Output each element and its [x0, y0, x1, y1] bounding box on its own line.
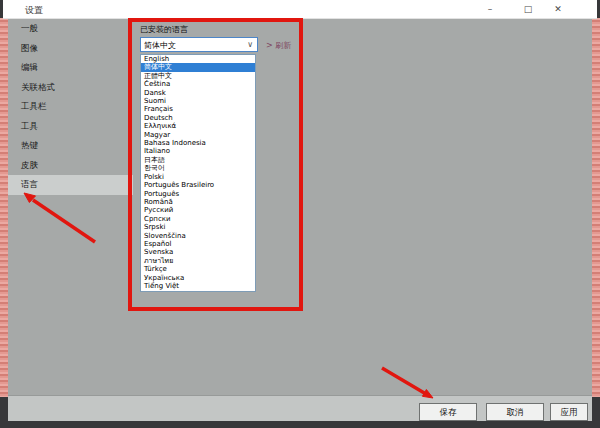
language-option[interactable]: Magyar — [141, 131, 255, 139]
sidebar-item[interactable]: 关联格式 — [8, 78, 133, 98]
language-option[interactable]: Svenska — [141, 248, 255, 256]
sidebar-item[interactable]: 工具栏 — [8, 97, 133, 117]
sidebar-item[interactable]: 皮肤 — [8, 156, 133, 176]
installed-languages-label: 已安装的语言 — [140, 24, 188, 35]
language-option[interactable]: Українська — [141, 274, 255, 282]
language-option[interactable]: Српски — [141, 215, 255, 223]
window-title: 设置 — [25, 4, 43, 17]
language-option[interactable]: Ελληνικά — [141, 122, 255, 130]
language-option[interactable]: Română — [141, 198, 255, 206]
language-option[interactable]: Suomi — [141, 97, 255, 105]
desktop-background-strip-right — [592, 18, 600, 397]
save-button[interactable]: 保存 — [419, 403, 477, 421]
sidebar-item[interactable]: 语言 — [8, 175, 133, 195]
language-option[interactable]: Français — [141, 105, 255, 113]
language-option[interactable]: Deutsch — [141, 114, 255, 122]
language-option[interactable]: Italiano — [141, 147, 255, 155]
language-option[interactable]: Español — [141, 240, 255, 248]
desktop-background-strip-left — [0, 18, 8, 397]
language-combobox-value: 简体中文 — [144, 41, 176, 50]
language-option[interactable]: Português — [141, 190, 255, 198]
sidebar-item[interactable]: 编辑 — [8, 58, 133, 78]
refresh-link[interactable]: > 刷新 — [266, 40, 291, 51]
language-option[interactable]: English — [141, 55, 255, 63]
language-option[interactable]: Dansk — [141, 89, 255, 97]
language-option[interactable]: Čeština — [141, 80, 255, 88]
settings-content: 一般 图像 编辑 关联格式 工具栏 工具 热键 皮肤 语言 已安装的语言 简体中… — [8, 19, 592, 421]
chevron-down-icon[interactable]: ∨ — [247, 40, 253, 50]
language-option[interactable]: 正體中文 — [141, 72, 255, 80]
language-option[interactable]: ภาษาไทย — [141, 257, 255, 265]
minimize-button[interactable]: – — [475, 0, 505, 19]
language-listbox: English 简体中文 正體中文 Čeština Dansk Suomi Fr… — [140, 54, 256, 292]
close-button[interactable]: ✕ — [543, 0, 573, 19]
cancel-button[interactable]: 取消 — [486, 403, 544, 421]
language-option[interactable]: Русский — [141, 206, 255, 214]
language-option[interactable]: Tiếng Việt — [141, 282, 255, 290]
sidebar-item[interactable]: 工具 — [8, 117, 133, 137]
footer-button-bar: 保存 取消 应用 — [8, 395, 592, 421]
language-option[interactable]: 简体中文 — [141, 63, 255, 71]
language-option[interactable]: 日本語 — [141, 156, 255, 164]
settings-dialog: 设置 – □ ✕ 一般 图像 编辑 关联格式 工具栏 工具 热键 皮肤 — [0, 0, 600, 428]
sidebar-item[interactable]: 图像 — [8, 39, 133, 59]
language-option[interactable]: Slovenščina — [141, 232, 255, 240]
language-combobox[interactable]: 简体中文 ∨ — [140, 37, 258, 52]
sidebar-item[interactable]: 热键 — [8, 136, 133, 156]
language-option[interactable]: Türkçe — [141, 265, 255, 273]
language-option[interactable]: Português Brasileiro — [141, 181, 255, 189]
sidebar-item[interactable]: 一般 — [8, 19, 133, 39]
settings-sidebar: 一般 图像 编辑 关联格式 工具栏 工具 热键 皮肤 语言 — [8, 19, 133, 395]
language-option[interactable]: 한국어 — [141, 164, 255, 172]
language-option[interactable]: Bahasa Indonesia — [141, 139, 255, 147]
maximize-button[interactable]: □ — [513, 0, 543, 19]
language-option[interactable]: Srpski — [141, 223, 255, 231]
apply-button[interactable]: 应用 — [550, 403, 588, 421]
titlebar[interactable]: 设置 – □ ✕ — [3, 0, 597, 19]
language-option[interactable]: Polski — [141, 173, 255, 181]
